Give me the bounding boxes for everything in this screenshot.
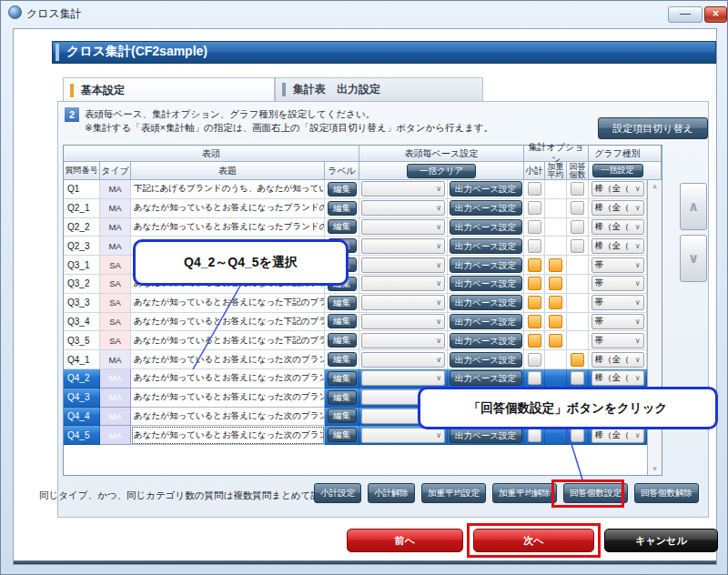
graph-type-select[interactable]: 棒（全（∨ bbox=[592, 200, 644, 216]
close-button[interactable]: × bbox=[704, 6, 727, 23]
output-base-button[interactable]: 出力ベース設定 bbox=[450, 428, 522, 443]
weighted-avg-set-button[interactable]: 加重平均設定 bbox=[421, 483, 486, 503]
switch-setting-items-button[interactable]: 設定項目切り替え bbox=[598, 117, 708, 139]
base-select[interactable]: ∨ bbox=[361, 276, 445, 291]
graph-type-select[interactable]: 帯∨ bbox=[592, 276, 644, 291]
answer-count-checkbox[interactable] bbox=[571, 429, 584, 442]
subtotal-checkbox[interactable] bbox=[528, 429, 541, 442]
output-base-button[interactable]: 出力ベース設定 bbox=[450, 352, 522, 368]
base-select[interactable]: ∨ bbox=[361, 370, 445, 386]
graph-type-select[interactable]: 棒（全（∨ bbox=[592, 238, 644, 254]
row-question-no[interactable]: Q4_4 bbox=[64, 408, 100, 427]
answer-count-clear-button[interactable]: 回答個数解除 bbox=[634, 483, 699, 503]
base-select[interactable]: ∨ bbox=[361, 219, 445, 235]
answer-count-checkbox[interactable] bbox=[571, 239, 584, 253]
weighted-avg-clear-button[interactable]: 加重平均解除 bbox=[492, 483, 557, 503]
minimize-button[interactable]: — bbox=[668, 6, 703, 23]
graph-type-select[interactable]: 棒（全（∨ bbox=[592, 219, 644, 235]
table-row[interactable]: Q2_2MAあなたが知っているとお答えになったブランドの中で、あ編集∨出力ベース… bbox=[64, 218, 662, 237]
graph-type-select[interactable]: 棒（全（∨ bbox=[592, 181, 644, 197]
row-question-no[interactable]: Q3_1 bbox=[64, 256, 100, 275]
table-row[interactable]: Q3_3SAあなたが知っているとお答えになった下記のブランドを、編集∨出力ベース… bbox=[64, 294, 662, 313]
row-question-no[interactable]: Q1 bbox=[64, 180, 100, 199]
table-row[interactable]: Q1MA下記にあげるブランドのうち、あなたが知っているものを編集∨出力ベース設定… bbox=[64, 180, 662, 199]
output-base-button[interactable]: 出力ベース設定 bbox=[450, 181, 522, 197]
edit-button[interactable]: 編集 bbox=[328, 219, 357, 234]
subtotal-clear-button[interactable]: 小計解除 bbox=[368, 483, 415, 503]
output-base-button[interactable]: 出力ベース設定 bbox=[450, 219, 522, 235]
base-select[interactable]: ∨ bbox=[361, 333, 445, 348]
answer-count-checkbox[interactable] bbox=[571, 220, 584, 234]
answer-count-set-button[interactable]: 回答個数設定 bbox=[563, 483, 628, 503]
cancel-button[interactable]: キャンセル bbox=[604, 529, 718, 552]
edit-button[interactable]: 編集 bbox=[328, 314, 357, 328]
table-row[interactable]: Q3_5SAあなたが知っているとお答えになった下記のブランドを、編集∨出力ベース… bbox=[64, 331, 662, 350]
subtotal-checkbox[interactable] bbox=[528, 239, 541, 253]
bulk-clear-button[interactable]: 一括クリア bbox=[407, 164, 476, 178]
base-select[interactable]: ∨ bbox=[361, 314, 445, 329]
row-question-no[interactable]: Q3_3 bbox=[64, 294, 100, 313]
graph-type-select[interactable]: 帯∨ bbox=[592, 333, 644, 348]
graph-type-select[interactable]: 帯∨ bbox=[592, 257, 644, 273]
tab-basic-settings[interactable]: 基本設定 bbox=[63, 77, 275, 102]
move-up-button[interactable]: ∧ bbox=[680, 183, 707, 230]
edit-button[interactable]: 編集 bbox=[328, 371, 357, 386]
row-question-no[interactable]: Q2_2 bbox=[64, 218, 100, 237]
weighted-average-checkbox[interactable] bbox=[549, 258, 562, 272]
output-base-button[interactable]: 出力ベース設定 bbox=[450, 370, 522, 386]
table-row[interactable]: Q3_4SAあなたが知っているとお答えになった下記のブランドを、編集∨出力ベース… bbox=[64, 313, 662, 332]
output-base-button[interactable]: 出力ベース設定 bbox=[450, 257, 522, 273]
output-base-button[interactable]: 出力ベース設定 bbox=[450, 238, 522, 254]
next-button[interactable]: 次へ bbox=[473, 529, 594, 552]
base-select[interactable]: ∨ bbox=[361, 257, 445, 273]
bulk-set-button[interactable]: 一括設定 bbox=[592, 164, 643, 177]
subtotal-checkbox[interactable] bbox=[528, 371, 541, 385]
answer-count-checkbox[interactable] bbox=[571, 182, 584, 196]
output-base-button[interactable]: 出力ベース設定 bbox=[450, 276, 522, 291]
answer-count-checkbox[interactable] bbox=[571, 371, 584, 385]
output-base-button[interactable]: 出力ベース設定 bbox=[450, 314, 522, 329]
row-question-no[interactable]: Q4_1 bbox=[64, 350, 100, 369]
output-base-button[interactable]: 出力ベース設定 bbox=[450, 295, 522, 310]
edit-button[interactable]: 編集 bbox=[328, 428, 357, 442]
subtotal-checkbox[interactable] bbox=[528, 315, 541, 328]
graph-type-select[interactable]: 棒（全（∨ bbox=[592, 370, 644, 386]
base-select[interactable]: ∨ bbox=[361, 200, 445, 216]
base-select[interactable]: ∨ bbox=[361, 352, 445, 368]
subtotal-checkbox[interactable] bbox=[528, 334, 541, 348]
graph-type-select[interactable]: 棒（全（∨ bbox=[592, 428, 644, 443]
edit-button[interactable]: 編集 bbox=[328, 409, 357, 423]
output-base-button[interactable]: 出力ベース設定 bbox=[450, 200, 522, 216]
answer-count-checkbox[interactable] bbox=[571, 353, 584, 367]
subtotal-checkbox[interactable] bbox=[528, 220, 541, 234]
edit-button[interactable]: 編集 bbox=[328, 390, 357, 405]
subtotal-checkbox[interactable] bbox=[528, 277, 541, 290]
prev-button[interactable]: 前へ bbox=[347, 529, 463, 552]
row-question-no[interactable]: Q3_4 bbox=[64, 313, 100, 332]
output-base-button[interactable]: 出力ベース設定 bbox=[450, 333, 522, 348]
weighted-average-checkbox[interactable] bbox=[549, 334, 562, 348]
edit-button[interactable]: 編集 bbox=[328, 182, 357, 197]
subtotal-set-button[interactable]: 小計設定 bbox=[314, 483, 361, 503]
row-question-no[interactable]: Q2_1 bbox=[64, 199, 100, 218]
table-row[interactable]: Q4_1MAあなたが知っているとお答えになった次のブランドについ編集∨出力ベース… bbox=[64, 350, 662, 369]
move-down-button[interactable]: ∨ bbox=[680, 235, 707, 282]
tab-output-settings[interactable]: 集計表 出力設定 bbox=[275, 77, 483, 102]
row-question-no[interactable]: Q4_5 bbox=[64, 426, 100, 445]
weighted-average-checkbox[interactable] bbox=[549, 296, 562, 309]
graph-type-select[interactable]: 帯∨ bbox=[592, 314, 644, 329]
table-row[interactable]: Q4_2MAあなたが知っているとお答えになった次のブランドについ編集∨出力ベース… bbox=[64, 369, 662, 388]
graph-type-select[interactable]: 棒（全（∨ bbox=[592, 352, 644, 368]
weighted-average-checkbox[interactable] bbox=[549, 277, 562, 290]
edit-button[interactable]: 編集 bbox=[328, 296, 357, 310]
base-select[interactable]: ∨ bbox=[361, 428, 445, 443]
row-question-no[interactable]: Q4_3 bbox=[64, 388, 100, 408]
row-question-no[interactable]: Q4_2 bbox=[64, 369, 100, 388]
row-question-no[interactable]: Q3_5 bbox=[64, 331, 100, 350]
row-question-no[interactable]: Q3_2 bbox=[64, 275, 100, 294]
subtotal-checkbox[interactable] bbox=[528, 182, 541, 196]
row-question-no[interactable]: Q2_3 bbox=[64, 237, 100, 256]
base-select[interactable]: ∨ bbox=[361, 238, 445, 254]
subtotal-checkbox[interactable] bbox=[528, 258, 541, 272]
subtotal-checkbox[interactable] bbox=[528, 296, 541, 309]
